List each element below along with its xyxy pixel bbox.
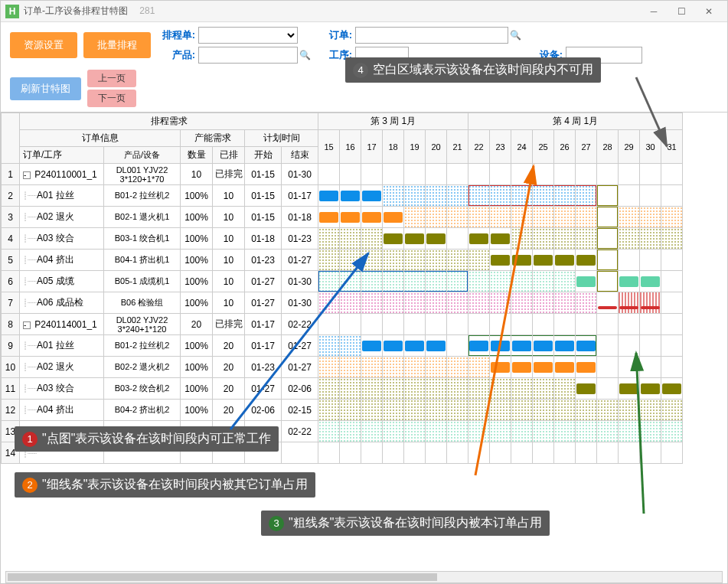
day-cell[interactable] [490,442,511,464]
table-row[interactable]: 8 - P240114001_1 DL002 YJV223*240+1*120 … [2,314,683,335]
minimize-button[interactable]: ─ [640,2,668,21]
day-cell[interactable]: 24 [511,335,533,357]
table-row[interactable]: 9 ┊┈┈A01 拉丝 B01-2 拉丝机2 100% 20 01-17 01-… [2,335,683,357]
day-cell[interactable] [554,400,576,421]
order-cell[interactable]: - P240110001_1 [20,164,104,185]
day-cell[interactable] [597,185,619,207]
day-cell[interactable] [404,357,426,378]
day-cell[interactable]: 1.3 [318,207,340,228]
day-cell[interactable]: 24 [340,207,361,228]
day-cell[interactable] [340,335,361,357]
close-button[interactable]: ✕ [695,2,723,21]
day-cell[interactable]: 24 [533,357,554,378]
day-cell[interactable] [597,271,619,292]
day-cell[interactable] [597,357,619,378]
day-cell[interactable] [426,250,447,271]
day-cell[interactable] [426,271,447,292]
day-cell[interactable] [490,207,511,228]
day-cell[interactable] [490,421,511,442]
gantt-bar[interactable] [619,276,638,287]
day-cell[interactable] [404,164,426,185]
day-cell[interactable] [318,228,340,250]
gantt-bar[interactable] [555,341,574,351]
day-cell[interactable]: 24 [511,250,533,271]
order-cell[interactable]: ┊┈┈A06 成品检 [20,292,104,314]
day-cell[interactable] [447,335,468,357]
day-cell[interactable] [597,442,619,464]
day-cell[interactable] [447,357,468,378]
day-cell[interactable]: 24 [554,335,576,357]
day-cell[interactable] [361,421,383,442]
day-cell[interactable]: 18.67 [361,185,383,207]
day-cell[interactable] [447,378,468,400]
day-cell[interactable]: 22.33 [383,228,404,250]
day-cell[interactable] [511,442,533,464]
day-cell[interactable] [640,314,661,335]
day-cell[interactable] [554,271,576,292]
day-cell[interactable] [361,271,383,292]
day-cell[interactable] [426,207,447,228]
day-cell[interactable] [554,421,576,442]
order-cell[interactable]: ┊┈┈A02 退火 [20,357,104,378]
day-cell[interactable] [554,185,576,207]
day-cell[interactable]: 24 [318,185,340,207]
day-cell[interactable] [511,228,533,250]
refresh-button[interactable]: 刷新甘特图 [10,77,81,100]
day-cell[interactable] [619,228,640,250]
day-cell[interactable] [468,421,490,442]
day-cell[interactable] [361,292,383,314]
day-cell[interactable] [597,228,619,250]
day-cell[interactable] [661,292,683,314]
maximize-button[interactable]: ☐ [668,2,695,21]
table-row[interactable]: 11 ┊┈┈A03 绞合 B03-2 绞合机2 100% 20 01-27 02… [2,378,683,400]
day-cell[interactable] [361,250,383,271]
gantt-bar[interactable] [576,383,596,394]
day-cell[interactable] [340,164,361,185]
day-cell[interactable] [426,314,447,335]
gantt-bar[interactable] [619,383,638,394]
table-row[interactable]: 1 - P240110001_1 DL001 YJV223*120+1*70 1… [2,164,683,185]
day-cell[interactable] [383,164,404,185]
day-cell[interactable]: 24 [619,378,640,400]
day-cell[interactable]: 4 [597,292,619,314]
day-cell[interactable] [468,400,490,421]
gantt-bar[interactable] [491,362,510,373]
day-cell[interactable] [447,271,468,292]
day-cell[interactable] [318,442,340,464]
order-cell[interactable]: ┊┈┈A01 拉丝 [20,185,104,207]
day-cell[interactable] [576,228,597,250]
gantt-bar[interactable] [576,276,596,287]
day-cell[interactable]: 17.33 [490,250,511,271]
day-cell[interactable] [554,164,576,185]
day-cell[interactable] [597,250,619,271]
day-cell[interactable] [447,314,468,335]
day-cell[interactable] [640,164,661,185]
day-cell[interactable] [383,400,404,421]
gantt-bar[interactable] [384,212,403,223]
day-cell[interactable] [576,207,597,228]
day-cell[interactable]: 6.6 [640,292,661,314]
horizontal-scrollbar[interactable] [5,571,723,583]
day-cell[interactable] [533,185,554,207]
tree-toggle[interactable]: - [23,171,31,179]
day-cell[interactable] [340,378,361,400]
gantt-bar[interactable] [641,276,660,287]
day-cell[interactable] [490,314,511,335]
day-cell[interactable] [447,185,468,207]
day-cell[interactable] [383,421,404,442]
day-cell[interactable] [661,164,683,185]
day-cell[interactable] [468,314,490,335]
day-cell[interactable] [619,421,640,442]
scrollbar-thumb[interactable] [8,573,437,581]
gantt-bar[interactable] [662,383,681,394]
day-cell[interactable] [361,228,383,250]
day-cell[interactable] [447,442,468,464]
day-cell[interactable] [404,442,426,464]
gantt-bar[interactable] [512,362,531,373]
gantt-bar[interactable] [384,233,403,244]
day-cell[interactable] [318,314,340,335]
day-cell[interactable] [576,314,597,335]
day-cell[interactable] [661,421,683,442]
day-cell[interactable] [426,442,447,464]
gantt-bar[interactable] [426,341,446,351]
